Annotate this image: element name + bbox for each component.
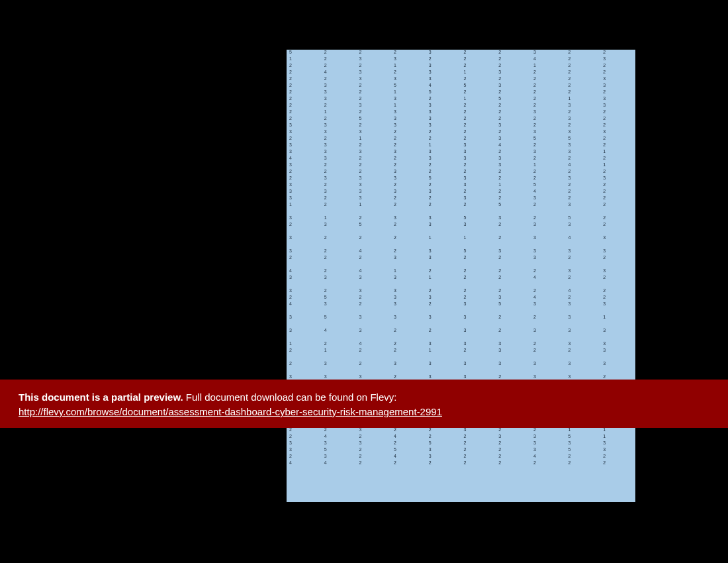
- data-cell: 3: [566, 361, 601, 368]
- data-cell: 2: [600, 156, 635, 162]
- data-cell: 5: [531, 136, 566, 142]
- data-cell: 3: [356, 129, 391, 136]
- data-cell: 3: [496, 136, 531, 142]
- data-cell: 2: [322, 255, 357, 262]
- data-cell: 3: [391, 56, 426, 63]
- data-cell: 2: [531, 83, 566, 89]
- data-cell: 2: [461, 189, 496, 195]
- data-cell: 2: [391, 440, 426, 447]
- data-cell: 2: [322, 268, 357, 275]
- data-cell: 2: [287, 454, 322, 460]
- data-cell: 2: [566, 89, 601, 96]
- data-cell: 2: [566, 295, 601, 301]
- data-cell: 2: [496, 189, 531, 195]
- data-cell: 2: [391, 202, 426, 209]
- data-cell: 3: [461, 182, 496, 189]
- data-cell: 1: [600, 427, 635, 434]
- data-cell: 2: [566, 109, 601, 116]
- data-sheet: 5222322322123322242322213221222432313222…: [287, 50, 635, 502]
- data-cell: 2: [600, 222, 635, 229]
- data-cell: 2: [496, 56, 531, 63]
- data-cell: 3: [356, 195, 391, 202]
- data-cell: 2: [391, 136, 426, 142]
- data-cell: 4: [322, 328, 357, 334]
- data-cell: 2: [322, 341, 357, 348]
- data-cell: 2: [600, 109, 635, 116]
- data-cell: 2: [322, 103, 357, 109]
- banner-lead: This document is a partial preview.: [19, 391, 183, 403]
- data-cell: 2: [496, 129, 531, 136]
- data-cell: 3: [322, 275, 357, 282]
- data-cell: 2: [426, 195, 461, 202]
- data-cell: 4: [531, 189, 566, 195]
- data-cell: 2: [531, 96, 566, 103]
- data-cell: 3: [391, 295, 426, 301]
- data-cell: 2: [496, 116, 531, 123]
- data-cell: 2: [531, 176, 566, 182]
- data-cell: 5: [426, 176, 461, 182]
- data-cell: 2: [356, 50, 391, 56]
- data-cell: 2: [600, 202, 635, 209]
- data-cell: 3: [426, 149, 461, 156]
- data-cell: 3: [322, 89, 357, 96]
- data-cell: 2: [566, 123, 601, 129]
- data-cell: 2: [496, 427, 531, 434]
- data-cell: 2: [566, 63, 601, 70]
- data-cell: 3: [496, 162, 531, 169]
- data-cell: 3: [496, 295, 531, 301]
- data-cell: 2: [496, 103, 531, 109]
- data-cell: 3: [322, 189, 357, 195]
- data-cell: 3: [600, 235, 635, 242]
- data-cell: 2: [531, 460, 566, 467]
- data-cell: 2: [426, 434, 461, 440]
- data-cell: 2: [496, 460, 531, 467]
- data-cell: 2: [496, 288, 531, 295]
- data-cell: 3: [391, 169, 426, 176]
- banner-link[interactable]: http://flevy.com/browse/document/assessm…: [19, 406, 442, 417]
- data-cell: 3: [566, 103, 601, 109]
- data-cell: 3: [531, 440, 566, 447]
- data-cell: 2: [322, 427, 357, 434]
- data-cell: 3: [531, 129, 566, 136]
- data-cell: 1: [391, 63, 426, 70]
- data-cell: 2: [287, 295, 322, 301]
- data-cell: 2: [426, 162, 461, 169]
- data-cell: 3: [531, 248, 566, 255]
- data-cell: 1: [461, 235, 496, 242]
- data-cell: 3: [287, 440, 322, 447]
- data-cell: 3: [287, 235, 322, 242]
- data-cell: 2: [600, 89, 635, 96]
- data-cell: 2: [496, 268, 531, 275]
- data-cell: 2: [566, 255, 601, 262]
- data-cell: 2: [600, 169, 635, 176]
- data-cell: 3: [461, 328, 496, 334]
- data-cell: 3: [426, 315, 461, 321]
- data-cell: 3: [322, 156, 357, 162]
- data-cell: 1: [600, 434, 635, 440]
- data-cell: 4: [287, 268, 322, 275]
- data-cell: 2: [566, 348, 601, 354]
- data-cell: 2: [461, 56, 496, 63]
- data-cell: 3: [356, 76, 391, 83]
- data-cell: 5: [356, 222, 391, 229]
- data-cell: 2: [496, 50, 531, 56]
- data-cell: 3: [356, 56, 391, 63]
- data-cell: 3: [356, 189, 391, 195]
- data-cell: 5: [566, 136, 601, 142]
- data-cell: 3: [322, 123, 357, 129]
- data-cell: 3: [566, 149, 601, 156]
- data-cell: 3: [356, 427, 391, 434]
- data-cell: 3: [600, 348, 635, 354]
- data-cell: 3: [600, 301, 635, 308]
- data-cell: 4: [322, 434, 357, 440]
- data-cell: 2: [496, 109, 531, 116]
- data-cell: 2: [356, 89, 391, 96]
- data-cell: 1: [426, 142, 461, 149]
- data-cell: 3: [461, 156, 496, 162]
- data-cell: 2: [322, 63, 357, 70]
- data-cell: 3: [356, 315, 391, 321]
- data-cell: 2: [287, 169, 322, 176]
- data-cell: 2: [356, 109, 391, 116]
- data-cell: 2: [426, 268, 461, 275]
- data-cell: 3: [356, 328, 391, 334]
